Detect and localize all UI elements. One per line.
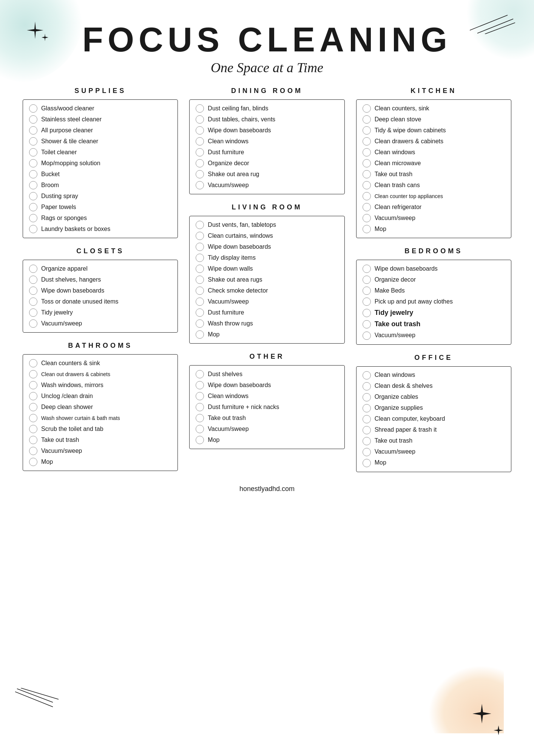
- checkbox[interactable]: [363, 320, 371, 328]
- checkbox[interactable]: [363, 192, 371, 200]
- checkbox[interactable]: [196, 370, 204, 378]
- item-label: Wipe down baseboards: [208, 381, 271, 389]
- checkbox[interactable]: [29, 319, 37, 328]
- checkbox[interactable]: [363, 393, 371, 401]
- star-small-br: [493, 725, 504, 737]
- list-item: Dust shelves: [196, 370, 338, 378]
- checkbox[interactable]: [363, 159, 371, 167]
- checkbox[interactable]: [29, 287, 37, 295]
- checkbox[interactable]: [363, 225, 371, 233]
- checkbox[interactable]: [196, 414, 204, 422]
- checkbox[interactable]: [196, 181, 204, 189]
- checkbox[interactable]: [196, 232, 204, 240]
- checkbox[interactable]: [363, 287, 371, 295]
- list-item: Mop/mopping solution: [29, 159, 171, 167]
- checkbox[interactable]: [363, 404, 371, 412]
- checkbox[interactable]: [363, 181, 371, 189]
- checkbox[interactable]: [29, 392, 37, 400]
- item-label: Bucket: [41, 170, 60, 178]
- checkbox[interactable]: [29, 126, 37, 135]
- checkbox[interactable]: [196, 403, 204, 411]
- checkbox[interactable]: [363, 459, 371, 467]
- checkbox[interactable]: [196, 381, 204, 389]
- checkbox[interactable]: [29, 276, 37, 284]
- checkbox[interactable]: [29, 381, 37, 389]
- checkbox[interactable]: [196, 137, 204, 146]
- checkbox[interactable]: [29, 148, 37, 156]
- checkbox[interactable]: [363, 297, 371, 306]
- checkbox[interactable]: [29, 414, 37, 422]
- checkbox[interactable]: [363, 126, 371, 135]
- item-label: Wipe down baseboards: [208, 243, 271, 251]
- checkbox[interactable]: [196, 148, 204, 156]
- checkbox[interactable]: [29, 159, 37, 167]
- checkbox[interactable]: [363, 415, 371, 423]
- item-label: Dusting spray: [41, 192, 78, 200]
- star-small-tl: [41, 33, 49, 43]
- checkbox[interactable]: [363, 309, 371, 317]
- checkbox[interactable]: [29, 181, 37, 189]
- checkbox[interactable]: [29, 137, 37, 146]
- checkbox[interactable]: [363, 137, 371, 146]
- checkbox[interactable]: [29, 403, 37, 411]
- list-item: Wipe down baseboards: [196, 243, 338, 251]
- checkbox[interactable]: [29, 225, 37, 233]
- checkbox[interactable]: [29, 203, 37, 211]
- checkbox[interactable]: [196, 425, 204, 433]
- list-item: Unclog /clean drain: [29, 392, 171, 400]
- checkbox[interactable]: [29, 265, 37, 273]
- checkbox[interactable]: [196, 330, 204, 339]
- checkbox[interactable]: [196, 392, 204, 400]
- checkbox[interactable]: [363, 448, 371, 456]
- checkbox[interactable]: [196, 265, 204, 273]
- list-item: Take out trash: [29, 436, 171, 444]
- list-item: Wipe down baseboards: [29, 287, 171, 295]
- checkbox[interactable]: [196, 104, 204, 113]
- list-item: Vacuum/sweep: [196, 181, 338, 189]
- checkbox[interactable]: [363, 371, 371, 380]
- checkbox[interactable]: [196, 297, 204, 306]
- checkbox[interactable]: [363, 426, 371, 434]
- checkbox[interactable]: [196, 126, 204, 135]
- list-item: Mop: [363, 459, 505, 467]
- checkbox[interactable]: [29, 436, 37, 444]
- checkbox[interactable]: [29, 115, 37, 124]
- checkbox[interactable]: [363, 276, 371, 284]
- svg-line-1: [477, 19, 513, 33]
- checkbox[interactable]: [196, 221, 204, 229]
- checkbox[interactable]: [363, 214, 371, 222]
- list-item: Take out trash: [363, 320, 505, 328]
- checkbox[interactable]: [29, 308, 37, 317]
- checkbox[interactable]: [196, 159, 204, 167]
- checkbox[interactable]: [196, 243, 204, 251]
- checkbox[interactable]: [196, 319, 204, 328]
- checkbox[interactable]: [363, 382, 371, 390]
- checkbox[interactable]: [29, 297, 37, 306]
- checkbox[interactable]: [29, 192, 37, 200]
- checkbox[interactable]: [363, 115, 371, 124]
- checkbox[interactable]: [363, 170, 371, 178]
- checkbox[interactable]: [363, 104, 371, 113]
- checkbox[interactable]: [363, 265, 371, 273]
- checkbox[interactable]: [29, 458, 37, 466]
- checkbox[interactable]: [29, 170, 37, 178]
- checkbox[interactable]: [29, 104, 37, 113]
- checkbox[interactable]: [363, 437, 371, 445]
- checkbox[interactable]: [29, 425, 37, 433]
- checkbox[interactable]: [196, 436, 204, 444]
- checkbox[interactable]: [29, 359, 37, 367]
- list-item: Dust ceiling fan, blinds: [196, 104, 338, 113]
- checkbox[interactable]: [196, 276, 204, 284]
- checkbox[interactable]: [29, 447, 37, 455]
- checkbox[interactable]: [196, 308, 204, 317]
- checkbox[interactable]: [363, 332, 371, 340]
- list-item: Tidy display items: [196, 254, 338, 262]
- checkbox[interactable]: [29, 370, 37, 378]
- checkbox[interactable]: [363, 148, 371, 156]
- checkbox[interactable]: [196, 254, 204, 262]
- checkbox[interactable]: [196, 170, 204, 178]
- checkbox[interactable]: [29, 214, 37, 222]
- checkbox[interactable]: [363, 203, 371, 211]
- checkbox[interactable]: [196, 287, 204, 295]
- checkbox[interactable]: [196, 115, 204, 124]
